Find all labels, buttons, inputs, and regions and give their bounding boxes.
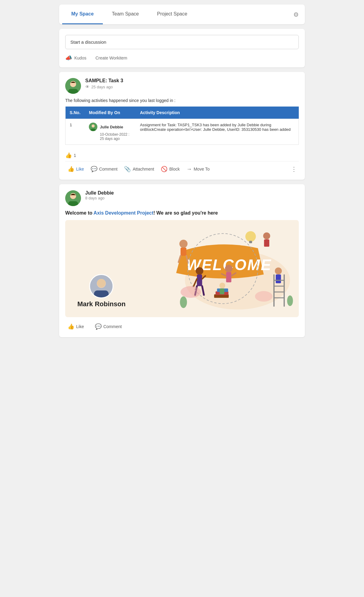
mark-section: Mark Robinson bbox=[77, 274, 126, 308]
move-to-button[interactable]: → Move To bbox=[184, 165, 212, 174]
activity-table: S.No. Modified By On Activity Descriptio… bbox=[65, 107, 299, 145]
col-sno: S.No. bbox=[66, 107, 85, 119]
welcome-banner-content: Mark Robinson WELCOME bbox=[65, 220, 299, 317]
svg-rect-2 bbox=[68, 89, 78, 94]
attachment-icon: 📎 bbox=[124, 166, 131, 172]
svg-rect-13 bbox=[94, 290, 109, 298]
svg-point-6 bbox=[92, 124, 95, 127]
tab-my-space[interactable]: My Space bbox=[62, 5, 103, 24]
post1-avatar bbox=[65, 78, 81, 94]
cell-description: Assignment for Task: TASP1_TSK3 has been… bbox=[136, 119, 298, 145]
svg-rect-4 bbox=[70, 85, 76, 86]
like-icon: 👍 bbox=[68, 166, 74, 172]
create-workitem-label: Create Workitem bbox=[96, 56, 127, 60]
likes-count: 1 bbox=[74, 153, 76, 158]
post2-author-name: Julle Debbie bbox=[85, 190, 114, 196]
svg-rect-22 bbox=[264, 239, 269, 247]
table-header-row: S.No. Modified By On Activity Descriptio… bbox=[66, 107, 299, 119]
like-button[interactable]: 👍 Like bbox=[65, 165, 86, 174]
modified-name: Julle Debbie bbox=[100, 125, 123, 129]
svg-point-50 bbox=[255, 291, 273, 302]
post2-like-icon: 👍 bbox=[68, 323, 74, 330]
post2-header: Julle Debbie 8 days ago bbox=[65, 190, 299, 206]
post2-comment-label: Comment bbox=[103, 324, 122, 329]
post2-avatar bbox=[65, 190, 81, 206]
post2-time: 8 days ago bbox=[85, 196, 114, 200]
attachment-label: Attachment bbox=[133, 167, 154, 171]
post1-action-bar: 👍 Like 💬 Comment 📎 Attachment 🚫 Block → … bbox=[65, 165, 299, 174]
post1-title-block: SAMPLE: Task 3 👁 25 days ago bbox=[85, 78, 123, 89]
svg-point-14 bbox=[97, 279, 106, 287]
cell-sno: 1 bbox=[66, 119, 85, 145]
svg-rect-24 bbox=[197, 274, 202, 286]
likes-row: 👍 1 bbox=[65, 150, 299, 161]
post2-action-bar: 👍 Like 💬 Comment bbox=[65, 322, 299, 331]
svg-point-49 bbox=[180, 286, 201, 298]
svg-point-44 bbox=[219, 283, 225, 288]
discussion-input[interactable]: Start a discussion bbox=[65, 35, 299, 49]
modified-date: 10-October-2022 : 25 days ago bbox=[89, 132, 131, 141]
svg-rect-18 bbox=[180, 248, 186, 256]
svg-rect-10 bbox=[68, 201, 78, 206]
svg-rect-30 bbox=[226, 272, 231, 283]
svg-point-33 bbox=[275, 267, 282, 274]
quick-actions: 📣 Kudos Create Workitem bbox=[65, 53, 299, 61]
comment-button[interactable]: 💬 Comment bbox=[88, 165, 120, 174]
post1-header: SAMPLE: Task 3 👁 25 days ago bbox=[65, 78, 299, 94]
post2-author-block: Julle Debbie 8 days ago bbox=[85, 190, 114, 200]
post1-title: SAMPLE: Task 3 bbox=[85, 78, 123, 83]
post2-card: Julle Debbie 8 days ago Welcome to Axis … bbox=[59, 184, 305, 337]
table-row: 1 Julle Debbie 1 bbox=[66, 119, 299, 145]
post2-comment-button[interactable]: 💬 Comment bbox=[93, 322, 124, 331]
tab-team-space[interactable]: Team Space bbox=[103, 5, 148, 24]
project-link[interactable]: Axis Development Project bbox=[93, 210, 153, 215]
mark-name: Mark Robinson bbox=[77, 300, 126, 308]
more-options-button[interactable]: ⋮ bbox=[289, 165, 299, 173]
visibility-icon: 👁 bbox=[85, 84, 89, 89]
cell-modified: Julle Debbie 10-October-2022 : 25 days a… bbox=[85, 119, 136, 145]
like-thumb-icon: 👍 bbox=[65, 152, 72, 159]
tabs-container: My Space Team Space Project Space ⚙ bbox=[59, 5, 305, 24]
col-description: Activity Description bbox=[136, 107, 298, 119]
settings-button[interactable]: ⚙ bbox=[290, 8, 302, 21]
block-icon: 🚫 bbox=[161, 166, 167, 172]
comment-icon: 💬 bbox=[91, 166, 97, 172]
svg-point-51 bbox=[180, 296, 187, 308]
tab-project-space[interactable]: Project Space bbox=[148, 5, 197, 24]
like-label: Like bbox=[76, 167, 84, 171]
post2-welcome-text: Welcome to Axis Development Project! We … bbox=[65, 210, 299, 216]
post1-body: The following activities happened since … bbox=[65, 98, 299, 103]
move-to-label: Move To bbox=[194, 167, 210, 171]
discussion-card: Start a discussion 📣 Kudos Create Workit… bbox=[59, 29, 305, 67]
post2-like-button[interactable]: 👍 Like bbox=[65, 322, 86, 331]
post2-comment-icon: 💬 bbox=[95, 323, 102, 330]
post1-time: 25 days ago bbox=[91, 85, 113, 89]
attachment-button[interactable]: 📎 Attachment bbox=[122, 165, 157, 174]
svg-rect-47 bbox=[249, 241, 252, 243]
col-modified: Modified By On bbox=[85, 107, 136, 119]
kudos-button[interactable]: 📣 Kudos bbox=[65, 55, 86, 61]
post1-meta: 👁 25 days ago bbox=[85, 84, 123, 89]
modified-user: Julle Debbie bbox=[89, 123, 131, 131]
create-workitem-button[interactable]: Create Workitem bbox=[96, 55, 127, 61]
svg-point-46 bbox=[245, 231, 256, 242]
svg-point-21 bbox=[263, 232, 270, 239]
post1-card: SAMPLE: Task 3 👁 25 days ago The followi… bbox=[59, 72, 305, 180]
modified-avatar bbox=[89, 123, 97, 131]
svg-point-17 bbox=[179, 240, 187, 248]
block-button[interactable]: 🚫 Block bbox=[158, 165, 182, 174]
kudos-label: Kudos bbox=[74, 56, 86, 60]
post2-like-label: Like bbox=[76, 324, 84, 329]
svg-point-52 bbox=[287, 296, 293, 306]
block-label: Block bbox=[169, 167, 180, 171]
comment-label: Comment bbox=[99, 167, 118, 171]
svg-point-23 bbox=[196, 267, 203, 275]
mark-avatar bbox=[89, 274, 113, 298]
welcome-illustration: WELCOME bbox=[135, 220, 299, 317]
svg-rect-34 bbox=[276, 274, 281, 283]
svg-point-29 bbox=[225, 265, 232, 272]
kudos-icon: 📣 bbox=[65, 55, 72, 61]
svg-rect-45 bbox=[220, 288, 224, 294]
svg-rect-7 bbox=[91, 129, 96, 131]
move-to-icon: → bbox=[186, 166, 192, 172]
